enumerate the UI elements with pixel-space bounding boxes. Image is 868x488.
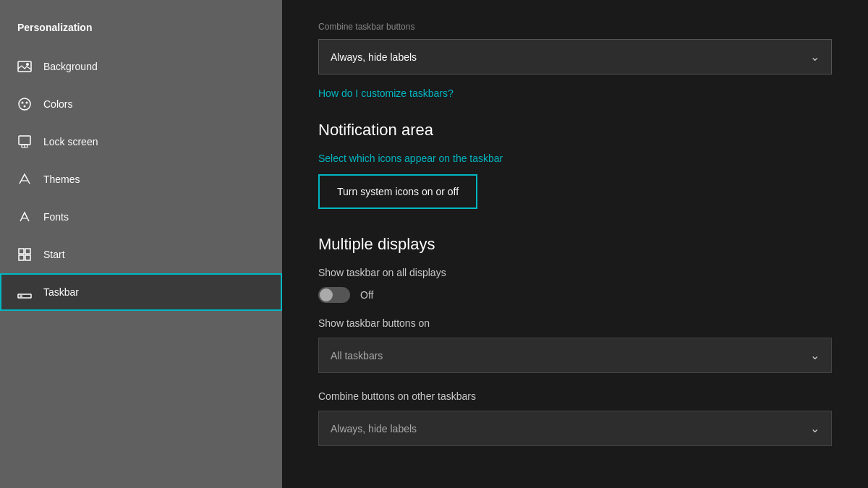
svg-point-3 [22, 102, 24, 104]
svg-rect-16 [20, 296, 22, 297]
combine-buttons-label: Combine buttons on other taskbars [318, 390, 832, 402]
chevron-down-icon: ⌄ [810, 50, 820, 64]
themes-icon [17, 172, 32, 187]
background-icon [17, 59, 32, 74]
chevron-down-icon-2: ⌄ [810, 348, 820, 362]
show-taskbar-toggle-row: Off [318, 287, 832, 303]
svg-point-5 [24, 106, 26, 108]
combine-taskbar-label: Combine taskbar buttons [318, 22, 832, 32]
show-taskbar-buttons-value: All taskbars [331, 350, 383, 361]
turn-system-icons-button[interactable]: Turn system icons on or off [318, 174, 477, 209]
select-icons-link[interactable]: Select which icons appear on the taskbar [318, 153, 832, 164]
svg-rect-14 [25, 255, 30, 260]
sidebar-item-themes[interactable]: Themes [0, 160, 282, 198]
sidebar-label-background: Background [43, 61, 98, 72]
sidebar-label-themes: Themes [43, 174, 80, 185]
sidebar-label-colors: Colors [43, 98, 72, 110]
svg-point-1 [26, 63, 29, 66]
sidebar-item-fonts[interactable]: Fonts [0, 198, 282, 236]
taskbar-icon [17, 285, 32, 299]
multiple-displays-heading: Multiple displays [318, 235, 832, 254]
sidebar-item-start[interactable]: Start [0, 236, 282, 273]
sidebar-label-start: Start [43, 249, 65, 260]
sidebar-label-taskbar: Taskbar [43, 286, 79, 298]
combine-buttons-value: Always, hide labels [331, 423, 417, 435]
main-content: Combine taskbar buttons Always, hide lab… [282, 0, 868, 488]
how-to-customize-link[interactable]: How do I customize taskbars? [318, 87, 832, 99]
sidebar-label-fonts: Fonts [43, 211, 69, 223]
sidebar: Personalization Background Colors [0, 0, 282, 488]
lock-screen-icon [17, 134, 32, 149]
combine-taskbar-value: Always, hide labels [331, 51, 417, 63]
show-taskbar-buttons-dropdown[interactable]: All taskbars ⌄ [318, 338, 832, 373]
notification-area-heading: Notification area [318, 121, 832, 140]
svg-point-2 [19, 98, 30, 110]
svg-point-4 [26, 102, 28, 104]
sidebar-label-lock-screen: Lock screen [43, 136, 98, 147]
sidebar-item-background[interactable]: Background [0, 48, 282, 85]
show-taskbar-toggle[interactable] [318, 287, 350, 303]
svg-rect-12 [25, 249, 30, 254]
svg-rect-13 [19, 255, 24, 260]
start-icon [17, 247, 32, 262]
combine-taskbar-dropdown[interactable]: Always, hide labels ⌄ [318, 39, 832, 74]
toggle-state-label: Off [360, 289, 373, 301]
svg-rect-0 [18, 61, 31, 72]
chevron-down-icon-3: ⌄ [810, 421, 820, 435]
svg-rect-11 [19, 249, 24, 254]
sidebar-item-lock-screen[interactable]: Lock screen [0, 123, 282, 160]
combine-buttons-dropdown[interactable]: Always, hide labels ⌄ [318, 411, 832, 446]
sidebar-title: Personalization [0, 14, 282, 48]
show-taskbar-buttons-label: Show taskbar buttons on [318, 317, 832, 329]
sidebar-item-taskbar[interactable]: Taskbar [0, 273, 282, 311]
fonts-icon [17, 210, 32, 224]
show-taskbar-label: Show taskbar on all displays [318, 267, 832, 278]
svg-rect-6 [19, 136, 30, 145]
colors-icon [17, 97, 32, 111]
sidebar-item-colors[interactable]: Colors [0, 85, 282, 123]
